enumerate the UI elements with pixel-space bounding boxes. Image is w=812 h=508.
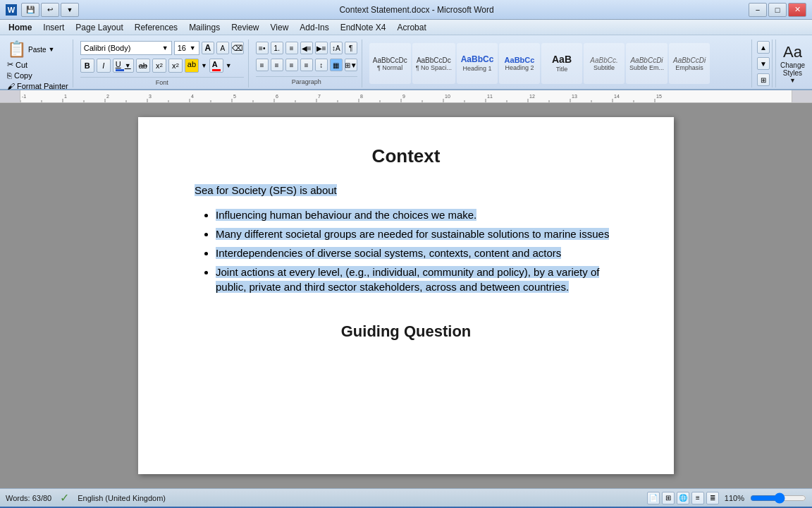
bullet-list-item: Many different societal groups are neede… bbox=[216, 226, 617, 241]
menu-item-home[interactable]: Home bbox=[3, 21, 37, 34]
style-item-heading-2[interactable]: AaBbCcHeading 2 bbox=[499, 43, 540, 84]
window-title: Context Statement.docx - Microsoft Word bbox=[85, 5, 749, 15]
ruler: -1 1 2 3 4 5 bbox=[0, 90, 812, 103]
menu-item-review[interactable]: Review bbox=[226, 21, 264, 34]
clipboard-section: 📋 Paste ▼ ✂ Cut ⎘ Copy 🖌 Format Painter … bbox=[3, 40, 73, 87]
text-highlight-btn[interactable]: ab bbox=[185, 59, 199, 73]
menu-item-view[interactable]: View bbox=[265, 21, 295, 34]
font-section: Calibri (Body) ▼ 16 ▼ A A ⌫ B I U bbox=[76, 40, 249, 87]
menu-item-mailings[interactable]: Mailings bbox=[183, 21, 226, 34]
menu-item-add-ins[interactable]: Add-Ins bbox=[294, 21, 334, 34]
clear-formatting-btn[interactable]: ⌫ bbox=[231, 42, 244, 54]
change-styles-btn[interactable]: Aa ChangeStyles ▼ bbox=[775, 40, 809, 87]
outline-view-btn[interactable]: ≡ bbox=[691, 492, 704, 504]
spell-check-icon: ✓ bbox=[60, 491, 69, 504]
svg-text:11: 11 bbox=[487, 94, 493, 99]
superscript-btn[interactable]: x2 bbox=[168, 59, 183, 73]
word-count: Words: 63/80 bbox=[6, 494, 51, 502]
styles-section: AaBbCcDc¶ NormalAaBbCcDc¶ No Spaci...AaB… bbox=[365, 40, 752, 87]
style-item-normal[interactable]: AaBbCcDc¶ Normal bbox=[369, 43, 411, 84]
ribbon-row: 📋 Paste ▼ ✂ Cut ⎘ Copy 🖌 Format Painter … bbox=[0, 38, 812, 89]
menu-item-references[interactable]: References bbox=[129, 21, 183, 34]
italic-btn[interactable]: I bbox=[97, 59, 111, 73]
svg-text:14: 14 bbox=[614, 94, 620, 99]
menu-item-endnote-x4[interactable]: EndNote X4 bbox=[335, 21, 392, 34]
styles-scroll: ▲ ▼ ⊞ bbox=[755, 40, 773, 87]
view-buttons: 📄 ⊞ 🌐 ≡ ≣ bbox=[647, 492, 719, 504]
svg-text:7: 7 bbox=[318, 94, 321, 99]
format-painter-btn[interactable]: 🖌 Format Painter bbox=[6, 81, 70, 91]
copy-btn[interactable]: ⎘ Copy bbox=[6, 71, 70, 80]
doc-intro[interactable]: Sea for Society (SFS) is about bbox=[195, 184, 617, 196]
document-page[interactable]: Context Sea for Society (SFS) is about I… bbox=[138, 117, 674, 474]
font-size-increase-btn[interactable]: A bbox=[202, 42, 214, 54]
doc-heading: Context bbox=[195, 145, 617, 167]
svg-text:2: 2 bbox=[106, 94, 109, 99]
style-item-no-spacing[interactable]: AaBbCcDc¶ No Spaci... bbox=[412, 43, 455, 84]
svg-text:10: 10 bbox=[445, 94, 450, 99]
align-left-btn[interactable]: ≡ bbox=[256, 59, 269, 71]
styles-scroll-down-btn[interactable]: ▼ bbox=[757, 57, 770, 70]
maximize-btn[interactable]: □ bbox=[768, 3, 787, 17]
zoom-level: 110% bbox=[725, 494, 744, 502]
minimize-btn[interactable]: − bbox=[749, 3, 767, 17]
close-btn[interactable]: ✕ bbox=[788, 3, 806, 17]
document-area[interactable]: Context Sea for Society (SFS) is about I… bbox=[0, 103, 812, 488]
style-item-title[interactable]: AaBTitle bbox=[541, 43, 582, 84]
ribbon: 📋 Paste ▼ ✂ Cut ⎘ Copy 🖌 Format Painter … bbox=[0, 35, 812, 90]
style-item-subtle-em[interactable]: AaBbCcDiSubtle Em... bbox=[626, 43, 668, 84]
dropdown-quick-btn[interactable]: ▼ bbox=[61, 3, 79, 17]
styles-scroll-up-btn[interactable]: ▲ bbox=[757, 41, 770, 54]
status-bar: Words: 63/80 ✓ English (United Kingdom) … bbox=[0, 488, 812, 507]
paste-btn[interactable]: 📋 Paste ▼ bbox=[6, 40, 70, 59]
style-item-heading-1[interactable]: AaBbCcHeading 1 bbox=[457, 43, 498, 84]
numbering-btn[interactable]: 1. bbox=[271, 42, 283, 54]
font-label: Font bbox=[80, 77, 244, 86]
align-right-btn[interactable]: ≡ bbox=[285, 59, 298, 71]
show-marks-btn[interactable]: ¶ bbox=[345, 42, 357, 54]
increase-indent-btn[interactable]: ▶≡ bbox=[315, 42, 328, 54]
undo-quick-btn[interactable]: ↩ bbox=[41, 3, 59, 17]
menu-item-page-layout[interactable]: Page Layout bbox=[70, 21, 128, 34]
subscript-btn[interactable]: x2 bbox=[152, 59, 166, 73]
menu-item-insert[interactable]: Insert bbox=[37, 21, 70, 34]
decrease-indent-btn[interactable]: ◀≡ bbox=[300, 42, 313, 54]
svg-text:3: 3 bbox=[149, 94, 152, 99]
borders-btn[interactable]: ⊞▼ bbox=[345, 59, 357, 71]
doc-subheading: Guiding Question bbox=[195, 322, 617, 341]
underline-btn[interactable]: U ▼ bbox=[113, 59, 134, 73]
svg-text:5: 5 bbox=[233, 94, 236, 99]
styles-more-btn[interactable]: ⊞ bbox=[757, 73, 770, 86]
bullets-btn[interactable]: ≡• bbox=[256, 42, 269, 54]
svg-text:13: 13 bbox=[572, 94, 577, 99]
align-center-btn[interactable]: ≡ bbox=[271, 59, 283, 71]
font-name-dropdown[interactable]: Calibri (Body) ▼ bbox=[80, 41, 172, 55]
svg-text:1: 1 bbox=[64, 94, 67, 99]
justify-btn[interactable]: ≡ bbox=[300, 59, 313, 71]
svg-text:4: 4 bbox=[191, 94, 194, 99]
web-view-btn[interactable]: 🌐 bbox=[677, 492, 689, 504]
title-bar: W 💾 ↩ ▼ Context Statement.docx - Microso… bbox=[0, 0, 812, 20]
font-color-btn[interactable]: A bbox=[209, 59, 223, 73]
save-quick-btn[interactable]: 💾 bbox=[21, 3, 39, 17]
line-spacing-btn[interactable]: ↕ bbox=[315, 59, 328, 71]
bold-btn[interactable]: B bbox=[80, 59, 94, 73]
draft-view-btn[interactable]: ≣ bbox=[706, 492, 719, 504]
print-view-btn[interactable]: 📄 bbox=[647, 492, 660, 504]
font-size-decrease-btn[interactable]: A bbox=[216, 42, 229, 54]
multilevel-list-btn[interactable]: ≡ bbox=[285, 42, 298, 54]
menu-item-acrobat[interactable]: Acrobat bbox=[391, 21, 431, 34]
style-item-emphasis[interactable]: AaBbCcDiEmphasis bbox=[669, 43, 710, 84]
zoom-slider[interactable] bbox=[750, 493, 806, 503]
svg-text:9: 9 bbox=[402, 94, 405, 99]
style-item-subtitle[interactable]: AaBbCc.Subtitle bbox=[584, 43, 625, 84]
menu-bar: HomeInsertPage LayoutReferencesMailingsR… bbox=[0, 20, 812, 35]
svg-text:12: 12 bbox=[529, 94, 535, 99]
font-size-input[interactable]: 16 ▼ bbox=[174, 41, 199, 55]
svg-text:-1: -1 bbox=[22, 94, 26, 99]
cut-btn[interactable]: ✂ Cut bbox=[6, 59, 70, 70]
shading-btn[interactable]: ▦ bbox=[330, 59, 343, 71]
strikethrough-btn[interactable]: ab bbox=[136, 59, 150, 73]
sort-btn[interactable]: ↕A bbox=[330, 42, 343, 54]
fullscreen-view-btn[interactable]: ⊞ bbox=[662, 492, 675, 504]
